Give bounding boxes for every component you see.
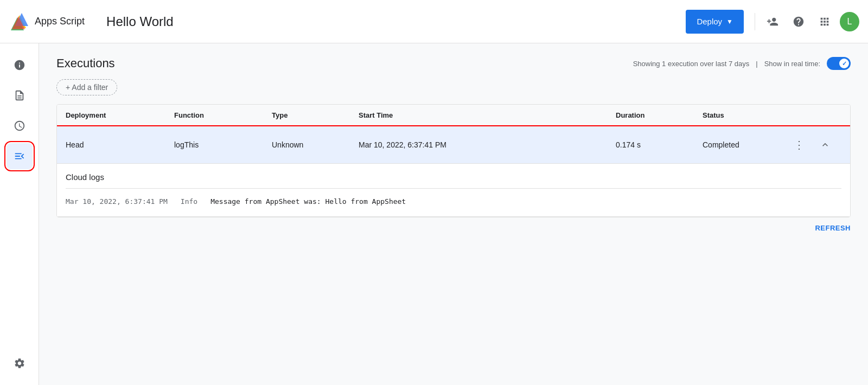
table-body: Head logThis Unknown Mar 10, 2022, 6:37:…: [57, 126, 850, 217]
realtime-toggle[interactable]: ✓: [827, 57, 851, 70]
cell-status: Completed: [703, 140, 789, 149]
log-message: Message from AppSheet was: Hello from Ap…: [210, 197, 406, 206]
executions-icon: [14, 150, 25, 162]
add-filter-label: + Add a filter: [66, 83, 108, 92]
cell-type: Unknown: [272, 140, 359, 149]
sidebar-item-executions[interactable]: [7, 143, 33, 169]
row-more-button[interactable]: ⋮: [789, 135, 809, 155]
toggle-check-icon: ✓: [842, 60, 847, 67]
col-header-actions-2: [815, 111, 841, 119]
cloud-logs-section: Cloud logs Mar 10, 2022, 6:37:41 PM Info…: [57, 164, 850, 217]
col-header-type: Type: [272, 111, 359, 119]
deploy-chevron-icon: ▼: [726, 18, 733, 25]
header-vertical-divider: [755, 13, 755, 30]
apps-grid-icon: [819, 16, 831, 28]
cell-deployment: Head: [66, 140, 174, 149]
info-icon: [14, 59, 25, 71]
sidebar: [0, 43, 39, 385]
log-timestamp: Mar 10, 2022, 6:37:41 PM: [66, 197, 168, 206]
table-row: Head logThis Unknown Mar 10, 2022, 6:37:…: [57, 126, 850, 164]
add-person-button[interactable]: [762, 11, 783, 33]
log-level: Info: [181, 197, 197, 206]
executions-table: Deployment Function Type Start Time Dura…: [56, 104, 851, 217]
help-icon: [793, 16, 805, 28]
executions-header-row: Executions Showing 1 execution over last…: [56, 56, 851, 70]
sidebar-item-triggers[interactable]: [7, 113, 33, 139]
add-person-icon: [767, 16, 778, 28]
add-filter-button[interactable]: + Add a filter: [56, 79, 117, 95]
executions-title: Executions: [56, 56, 115, 70]
avatar[interactable]: L: [840, 12, 859, 31]
clock-icon: [14, 120, 25, 132]
cell-start-time: Mar 10, 2022, 6:37:41 PM: [359, 140, 616, 149]
realtime-label: Show in real time:: [764, 60, 820, 68]
col-header-function: Function: [174, 111, 272, 119]
settings-icon: [14, 357, 25, 369]
cell-function: logThis: [174, 140, 272, 149]
table-header-row: Deployment Function Type Start Time Dura…: [57, 105, 850, 126]
apps-script-logo-icon: [9, 11, 30, 33]
help-button[interactable]: [788, 11, 809, 33]
sidebar-item-settings[interactable]: [7, 350, 33, 376]
project-name: Hello World: [106, 14, 174, 29]
editor-icon: [14, 89, 25, 101]
col-header-status: Status: [703, 111, 789, 119]
cloud-logs-divider: [66, 188, 841, 189]
col-header-start-time: Start Time: [359, 111, 616, 119]
apps-grid-button[interactable]: [814, 11, 835, 33]
deploy-button[interactable]: Deploy ▼: [686, 10, 744, 34]
content-footer: REFRESH: [56, 217, 851, 234]
filter-row: + Add a filter: [56, 79, 851, 95]
sidebar-item-overview[interactable]: [7, 52, 33, 78]
logo: Apps Script: [9, 11, 85, 33]
header-actions: L: [752, 11, 859, 33]
header: Apps Script Hello World Deploy ▼ L: [0, 0, 868, 43]
col-header-deployment: Deployment: [66, 111, 174, 119]
cloud-logs-title: Cloud logs: [66, 172, 841, 182]
col-header-duration: Duration: [616, 111, 703, 119]
cell-duration: 0.174 s: [616, 140, 703, 149]
sidebar-item-editor[interactable]: [7, 82, 33, 108]
row-collapse-button[interactable]: [815, 135, 835, 155]
executions-meta: Showing 1 execution over last 7 days | S…: [633, 57, 851, 70]
col-header-actions-1: [789, 111, 815, 119]
chevron-up-icon: [820, 139, 831, 150]
main-layout: Executions Showing 1 execution over last…: [0, 43, 868, 385]
log-entry: Mar 10, 2022, 6:37:41 PM Info Message fr…: [66, 195, 841, 208]
deploy-label: Deploy: [697, 17, 722, 26]
toggle-thumb: ✓: [839, 59, 849, 68]
executions-count-text: Showing 1 execution over last 7 days: [633, 60, 750, 68]
content-area: Executions Showing 1 execution over last…: [39, 43, 868, 385]
logo-text: Apps Script: [35, 16, 85, 27]
refresh-button[interactable]: REFRESH: [815, 224, 851, 232]
toggle-track: ✓: [827, 57, 851, 70]
meta-divider: |: [756, 60, 757, 68]
